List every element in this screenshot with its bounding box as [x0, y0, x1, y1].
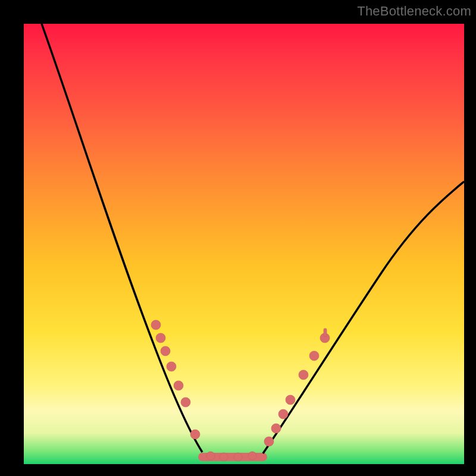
marker-dot	[156, 333, 165, 343]
marker-dot	[248, 452, 256, 460]
marker-dot	[161, 346, 170, 356]
marker-dot	[206, 452, 215, 460]
marker-dot	[174, 381, 183, 390]
marker-dot	[167, 362, 176, 371]
marker-dot	[220, 453, 228, 461]
marker-dot	[234, 453, 242, 461]
marker-dot	[264, 437, 274, 446]
marker-dot	[299, 370, 308, 380]
marker-dot	[286, 395, 295, 405]
marker-dot	[309, 351, 319, 361]
marker-dot	[181, 397, 190, 407]
chart-frame: TheBottleneck.com	[0, 0, 476, 476]
marker-dot	[278, 409, 288, 419]
right-curve	[263, 181, 464, 453]
chart-svg	[24, 24, 464, 464]
marker-tick	[324, 328, 327, 337]
marker-dot	[271, 424, 281, 433]
marker-dot	[190, 430, 200, 439]
plot-area	[24, 24, 464, 464]
watermark-text: TheBottleneck.com	[357, 4, 471, 19]
marker-dot	[151, 320, 161, 330]
